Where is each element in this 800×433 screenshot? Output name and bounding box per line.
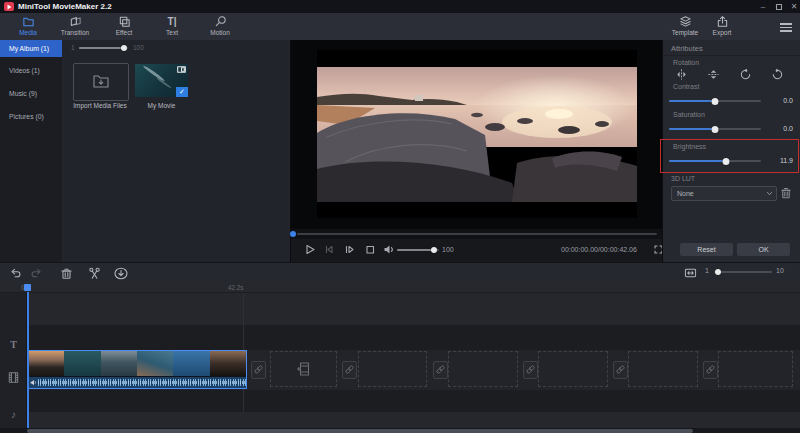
clip-selected-check-icon: ✓ bbox=[176, 87, 188, 97]
transition-slot[interactable] bbox=[703, 361, 718, 379]
sidebar-item-music[interactable]: Music (9) bbox=[0, 85, 62, 102]
clip-placeholder[interactable] bbox=[448, 351, 518, 387]
template-icon bbox=[665, 15, 705, 28]
tab-transition[interactable]: Transition bbox=[53, 15, 97, 39]
thumbnail-size-slider[interactable] bbox=[79, 44, 128, 52]
lut-dropdown[interactable]: None bbox=[671, 186, 777, 201]
music-track[interactable] bbox=[27, 390, 800, 412]
app-logo-icon bbox=[4, 2, 14, 11]
timeline-scrollbar-handle[interactable] bbox=[27, 429, 693, 433]
contrast-label: Contrast bbox=[673, 83, 699, 90]
saturation-slider[interactable] bbox=[669, 125, 761, 133]
timecode: 00:00:00.00/00:00:42.06 bbox=[561, 246, 637, 253]
thumb-slider-max: 100 bbox=[133, 44, 144, 51]
clip-audio-waveform bbox=[28, 377, 246, 388]
preview-progress-handle[interactable] bbox=[290, 231, 296, 237]
ok-button[interactable]: OK bbox=[737, 243, 790, 256]
sidebar-item-pictures[interactable]: Pictures (0) bbox=[0, 108, 62, 125]
timeline-zoom-min: 1 bbox=[705, 267, 709, 274]
playhead-handle[interactable] bbox=[24, 284, 31, 291]
overlay-track[interactable] bbox=[27, 293, 800, 325]
preview-progress-bar[interactable] bbox=[297, 233, 657, 235]
close-button[interactable]: ✕ bbox=[788, 1, 800, 12]
folder-import-icon bbox=[92, 73, 110, 89]
clip-placeholder[interactable] bbox=[358, 351, 427, 387]
tab-effect[interactable]: Effect bbox=[104, 15, 144, 39]
contrast-value: 0.0 bbox=[763, 97, 793, 104]
tab-bar: Media Transition Effect T| Text Motion bbox=[0, 13, 800, 41]
transition-slot[interactable] bbox=[523, 361, 538, 379]
transition-tab-icon bbox=[53, 15, 97, 28]
flip-horizontal-icon[interactable] bbox=[675, 68, 688, 81]
clip-audio-icon bbox=[30, 379, 37, 386]
menu-icon[interactable] bbox=[780, 21, 792, 34]
fit-timeline-icon[interactable] bbox=[684, 267, 697, 279]
brightness-value: 11.9 bbox=[763, 157, 793, 164]
clip-placeholder[interactable] bbox=[628, 351, 698, 387]
previous-frame-button[interactable] bbox=[323, 243, 335, 256]
rotate-clockwise-icon[interactable] bbox=[739, 68, 752, 81]
music-track-icon: ♪ bbox=[0, 409, 27, 420]
transition-slot[interactable] bbox=[433, 361, 448, 379]
volume-slider[interactable] bbox=[397, 246, 439, 254]
export-button[interactable]: Export bbox=[702, 15, 742, 39]
video-track-icon bbox=[0, 371, 27, 384]
timeline-ruler[interactable]: 0s 42.2s bbox=[0, 283, 800, 293]
volume-value: 100 bbox=[442, 246, 454, 253]
media-clip-thumbnail[interactable]: ✓ bbox=[135, 64, 188, 97]
template-button[interactable]: Template bbox=[665, 15, 705, 39]
timeline-scrollbar bbox=[0, 428, 800, 433]
app-title: MiniTool MovieMaker 2.2 bbox=[18, 2, 112, 11]
redo-icon[interactable] bbox=[30, 267, 43, 280]
clip-thumbnails bbox=[28, 351, 246, 376]
lut-label: 3D LUT bbox=[671, 175, 695, 182]
brightness-slider[interactable] bbox=[669, 157, 761, 165]
delete-icon[interactable] bbox=[60, 267, 73, 280]
contrast-slider[interactable] bbox=[669, 97, 761, 105]
export-frame-icon[interactable] bbox=[114, 267, 128, 280]
rotation-label: Rotation bbox=[673, 59, 699, 66]
text-tab-icon: T| bbox=[154, 15, 190, 28]
playback-controls: 100 00:00:00.00/00:00:42.06 bbox=[291, 239, 663, 262]
clip-placeholder-add[interactable] bbox=[270, 351, 337, 387]
album-sidebar: My Album (1) Videos (1) Music (9) Pictur… bbox=[0, 40, 62, 262]
lut-selected-value: None bbox=[677, 190, 694, 197]
media-clip-name: My Movie bbox=[135, 102, 188, 109]
sidebar-item-my-album[interactable]: My Album (1) bbox=[0, 40, 62, 57]
clip-placeholder[interactable] bbox=[718, 351, 793, 387]
playhead-line[interactable] bbox=[27, 292, 29, 428]
transition-slot[interactable] bbox=[342, 361, 357, 379]
clip-placeholder[interactable] bbox=[538, 351, 608, 387]
tab-media[interactable]: Media bbox=[8, 15, 48, 39]
volume-icon[interactable] bbox=[383, 243, 395, 256]
stop-button[interactable] bbox=[364, 243, 376, 256]
brightness-label: Brightness bbox=[673, 143, 706, 150]
import-media-label: Import Media Files bbox=[58, 102, 142, 109]
saturation-value: 0.0 bbox=[763, 125, 793, 132]
minimize-button[interactable]: – bbox=[757, 1, 769, 12]
transition-slot[interactable] bbox=[613, 361, 628, 379]
chevron-down-icon bbox=[766, 190, 773, 197]
reset-button[interactable]: Reset bbox=[680, 243, 733, 256]
split-scissors-icon[interactable] bbox=[88, 267, 101, 280]
media-library-panel: 1 100 Import Media Files ✓ My Movie bbox=[62, 40, 290, 262]
undo-icon[interactable] bbox=[9, 267, 22, 280]
tab-text[interactable]: T| Text bbox=[154, 15, 190, 39]
video-scene bbox=[317, 67, 637, 202]
media-tab-icon bbox=[8, 15, 48, 28]
import-media-button[interactable] bbox=[73, 63, 129, 101]
flip-vertical-icon[interactable] bbox=[707, 68, 720, 81]
play-button[interactable] bbox=[304, 243, 316, 256]
timeline: 0s 42.2s T ♪ bbox=[0, 283, 800, 433]
video-frame[interactable] bbox=[317, 50, 637, 218]
rotate-counterclockwise-icon[interactable] bbox=[771, 68, 784, 81]
timeline-zoom-slider[interactable] bbox=[714, 268, 772, 276]
text-track[interactable] bbox=[27, 325, 800, 350]
tab-motion[interactable]: Motion bbox=[200, 15, 240, 39]
next-frame-button[interactable] bbox=[343, 243, 355, 256]
sidebar-item-videos[interactable]: Videos (1) bbox=[0, 62, 62, 79]
track-header-column: T ♪ bbox=[0, 293, 27, 428]
transition-slot[interactable] bbox=[251, 361, 266, 379]
timeline-video-clip[interactable] bbox=[27, 350, 247, 389]
lut-delete-icon[interactable] bbox=[781, 187, 791, 199]
